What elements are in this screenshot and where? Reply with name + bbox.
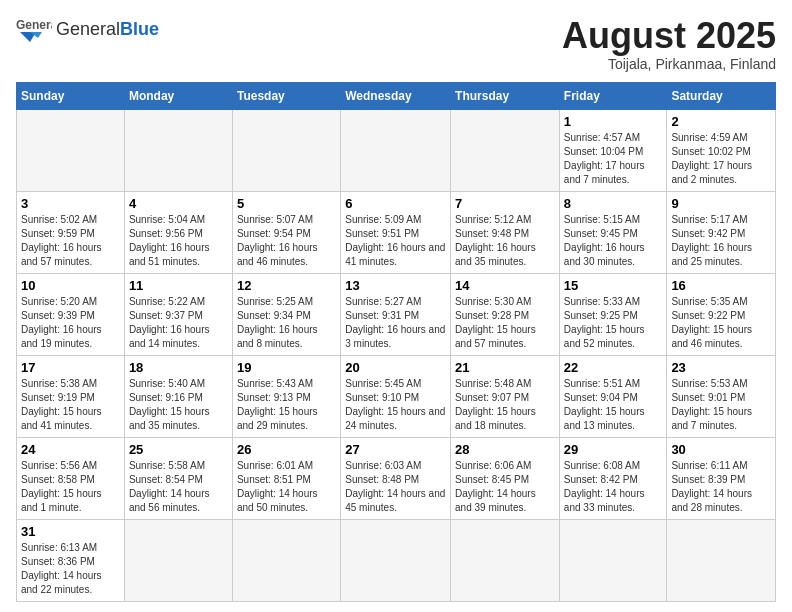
calendar-cell: 24Sunrise: 5:56 AM Sunset: 8:58 PM Dayli…: [17, 437, 125, 519]
day-info: Sunrise: 5:15 AM Sunset: 9:45 PM Dayligh…: [564, 213, 663, 269]
calendar-cell: [559, 519, 667, 601]
day-number: 13: [345, 278, 446, 293]
weekday-header-monday: Monday: [124, 82, 232, 109]
calendar-cell: [667, 519, 776, 601]
day-info: Sunrise: 5:30 AM Sunset: 9:28 PM Dayligh…: [455, 295, 555, 351]
calendar-cell: 12Sunrise: 5:25 AM Sunset: 9:34 PM Dayli…: [232, 273, 340, 355]
calendar-cell: 5Sunrise: 5:07 AM Sunset: 9:54 PM Daylig…: [232, 191, 340, 273]
calendar-cell: [124, 109, 232, 191]
day-number: 25: [129, 442, 228, 457]
calendar-cell: 17Sunrise: 5:38 AM Sunset: 9:19 PM Dayli…: [17, 355, 125, 437]
svg-text:General: General: [16, 18, 52, 32]
calendar-cell: 6Sunrise: 5:09 AM Sunset: 9:51 PM Daylig…: [341, 191, 451, 273]
day-info: Sunrise: 6:06 AM Sunset: 8:45 PM Dayligh…: [455, 459, 555, 515]
day-number: 17: [21, 360, 120, 375]
day-number: 26: [237, 442, 336, 457]
calendar-week-6: 31Sunrise: 6:13 AM Sunset: 8:36 PM Dayli…: [17, 519, 776, 601]
day-info: Sunrise: 5:38 AM Sunset: 9:19 PM Dayligh…: [21, 377, 120, 433]
weekday-header-friday: Friday: [559, 82, 667, 109]
calendar-week-5: 24Sunrise: 5:56 AM Sunset: 8:58 PM Dayli…: [17, 437, 776, 519]
calendar-cell: 3Sunrise: 5:02 AM Sunset: 9:59 PM Daylig…: [17, 191, 125, 273]
calendar-cell: [451, 519, 560, 601]
calendar-table: SundayMondayTuesdayWednesdayThursdayFrid…: [16, 82, 776, 602]
day-number: 2: [671, 114, 771, 129]
month-title: August 2025: [562, 16, 776, 56]
calendar-cell: [341, 109, 451, 191]
calendar-cell: [232, 109, 340, 191]
day-number: 14: [455, 278, 555, 293]
day-number: 11: [129, 278, 228, 293]
calendar-cell: 31Sunrise: 6:13 AM Sunset: 8:36 PM Dayli…: [17, 519, 125, 601]
weekday-header-row: SundayMondayTuesdayWednesdayThursdayFrid…: [17, 82, 776, 109]
calendar-cell: 23Sunrise: 5:53 AM Sunset: 9:01 PM Dayli…: [667, 355, 776, 437]
day-info: Sunrise: 5:09 AM Sunset: 9:51 PM Dayligh…: [345, 213, 446, 269]
day-info: Sunrise: 5:27 AM Sunset: 9:31 PM Dayligh…: [345, 295, 446, 351]
day-info: Sunrise: 4:59 AM Sunset: 10:02 PM Daylig…: [671, 131, 771, 187]
calendar-cell: 19Sunrise: 5:43 AM Sunset: 9:13 PM Dayli…: [232, 355, 340, 437]
calendar-cell: 18Sunrise: 5:40 AM Sunset: 9:16 PM Dayli…: [124, 355, 232, 437]
day-info: Sunrise: 5:04 AM Sunset: 9:56 PM Dayligh…: [129, 213, 228, 269]
day-info: Sunrise: 5:12 AM Sunset: 9:48 PM Dayligh…: [455, 213, 555, 269]
calendar-cell: 25Sunrise: 5:58 AM Sunset: 8:54 PM Dayli…: [124, 437, 232, 519]
calendar-week-2: 3Sunrise: 5:02 AM Sunset: 9:59 PM Daylig…: [17, 191, 776, 273]
day-info: Sunrise: 5:25 AM Sunset: 9:34 PM Dayligh…: [237, 295, 336, 351]
day-info: Sunrise: 5:58 AM Sunset: 8:54 PM Dayligh…: [129, 459, 228, 515]
day-info: Sunrise: 5:56 AM Sunset: 8:58 PM Dayligh…: [21, 459, 120, 515]
day-info: Sunrise: 5:48 AM Sunset: 9:07 PM Dayligh…: [455, 377, 555, 433]
calendar-cell: 16Sunrise: 5:35 AM Sunset: 9:22 PM Dayli…: [667, 273, 776, 355]
calendar-cell: 2Sunrise: 4:59 AM Sunset: 10:02 PM Dayli…: [667, 109, 776, 191]
day-info: Sunrise: 5:20 AM Sunset: 9:39 PM Dayligh…: [21, 295, 120, 351]
weekday-header-thursday: Thursday: [451, 82, 560, 109]
calendar-cell: [451, 109, 560, 191]
day-info: Sunrise: 5:17 AM Sunset: 9:42 PM Dayligh…: [671, 213, 771, 269]
weekday-header-sunday: Sunday: [17, 82, 125, 109]
calendar-cell: 7Sunrise: 5:12 AM Sunset: 9:48 PM Daylig…: [451, 191, 560, 273]
calendar-cell: 11Sunrise: 5:22 AM Sunset: 9:37 PM Dayli…: [124, 273, 232, 355]
calendar-cell: [341, 519, 451, 601]
day-number: 6: [345, 196, 446, 211]
calendar-cell: 26Sunrise: 6:01 AM Sunset: 8:51 PM Dayli…: [232, 437, 340, 519]
logo: General GeneralBlue: [16, 16, 159, 44]
day-number: 5: [237, 196, 336, 211]
day-number: 27: [345, 442, 446, 457]
calendar-cell: 21Sunrise: 5:48 AM Sunset: 9:07 PM Dayli…: [451, 355, 560, 437]
day-number: 12: [237, 278, 336, 293]
calendar-cell: 9Sunrise: 5:17 AM Sunset: 9:42 PM Daylig…: [667, 191, 776, 273]
calendar-cell: 27Sunrise: 6:03 AM Sunset: 8:48 PM Dayli…: [341, 437, 451, 519]
day-info: Sunrise: 6:03 AM Sunset: 8:48 PM Dayligh…: [345, 459, 446, 515]
calendar-cell: 10Sunrise: 5:20 AM Sunset: 9:39 PM Dayli…: [17, 273, 125, 355]
day-number: 29: [564, 442, 663, 457]
calendar-week-1: 1Sunrise: 4:57 AM Sunset: 10:04 PM Dayli…: [17, 109, 776, 191]
day-number: 18: [129, 360, 228, 375]
day-number: 24: [21, 442, 120, 457]
day-number: 19: [237, 360, 336, 375]
day-number: 22: [564, 360, 663, 375]
day-number: 20: [345, 360, 446, 375]
day-number: 23: [671, 360, 771, 375]
calendar-cell: 30Sunrise: 6:11 AM Sunset: 8:39 PM Dayli…: [667, 437, 776, 519]
day-number: 31: [21, 524, 120, 539]
calendar-cell: 29Sunrise: 6:08 AM Sunset: 8:42 PM Dayli…: [559, 437, 667, 519]
day-number: 16: [671, 278, 771, 293]
calendar-cell: 22Sunrise: 5:51 AM Sunset: 9:04 PM Dayli…: [559, 355, 667, 437]
calendar-cell: 20Sunrise: 5:45 AM Sunset: 9:10 PM Dayli…: [341, 355, 451, 437]
calendar-cell: 1Sunrise: 4:57 AM Sunset: 10:04 PM Dayli…: [559, 109, 667, 191]
calendar-cell: [232, 519, 340, 601]
day-number: 28: [455, 442, 555, 457]
day-info: Sunrise: 5:35 AM Sunset: 9:22 PM Dayligh…: [671, 295, 771, 351]
weekday-header-tuesday: Tuesday: [232, 82, 340, 109]
calendar-cell: [124, 519, 232, 601]
day-info: Sunrise: 6:08 AM Sunset: 8:42 PM Dayligh…: [564, 459, 663, 515]
day-info: Sunrise: 5:53 AM Sunset: 9:01 PM Dayligh…: [671, 377, 771, 433]
day-info: Sunrise: 5:51 AM Sunset: 9:04 PM Dayligh…: [564, 377, 663, 433]
day-info: Sunrise: 5:07 AM Sunset: 9:54 PM Dayligh…: [237, 213, 336, 269]
day-number: 3: [21, 196, 120, 211]
calendar-cell: 13Sunrise: 5:27 AM Sunset: 9:31 PM Dayli…: [341, 273, 451, 355]
day-number: 30: [671, 442, 771, 457]
day-number: 1: [564, 114, 663, 129]
day-info: Sunrise: 4:57 AM Sunset: 10:04 PM Daylig…: [564, 131, 663, 187]
day-info: Sunrise: 6:11 AM Sunset: 8:39 PM Dayligh…: [671, 459, 771, 515]
weekday-header-wednesday: Wednesday: [341, 82, 451, 109]
day-info: Sunrise: 5:45 AM Sunset: 9:10 PM Dayligh…: [345, 377, 446, 433]
day-number: 4: [129, 196, 228, 211]
